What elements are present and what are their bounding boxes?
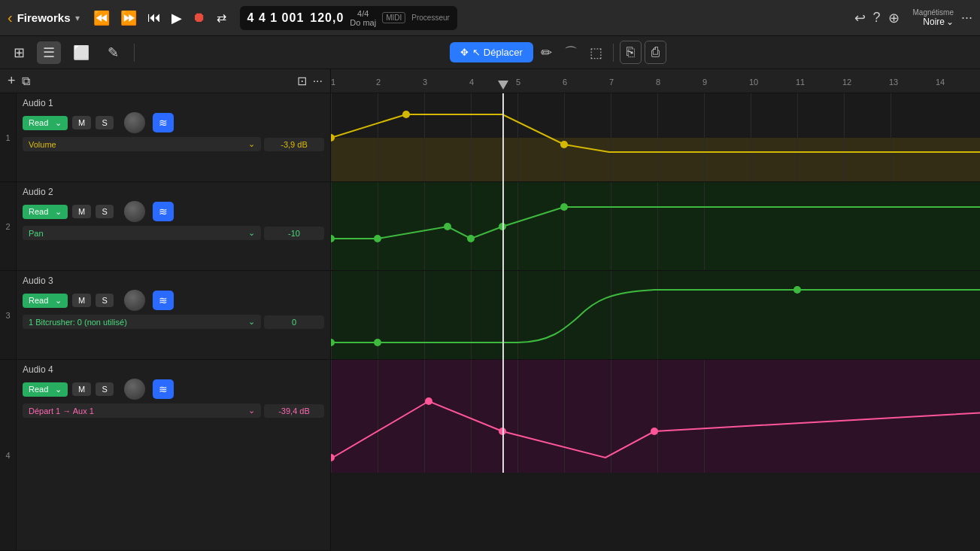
magnetisme-chevron: ⌄ [946, 17, 954, 27]
track-1-knob[interactable] [124, 112, 145, 133]
track-2-waveform-button[interactable]: ≋ [153, 202, 174, 221]
track-2-read-button[interactable]: Read ⌄ [23, 205, 68, 219]
svg-point-11 [374, 339, 381, 346]
key: Do maj [350, 18, 376, 27]
screen-view-button[interactable]: ⬜ [67, 41, 96, 64]
record-button[interactable]: ⏺ [193, 10, 206, 26]
track-3-number: 3 [0, 271, 17, 359]
track-2-solo-button[interactable]: S [96, 205, 114, 218]
track-4-knob[interactable] [124, 379, 145, 400]
clipboard-buttons: ⎘ ⎙ [620, 41, 666, 64]
back-button[interactable]: ‹ [8, 9, 13, 26]
svg-point-14 [425, 397, 432, 405]
add-track-button[interactable]: + [8, 73, 16, 89]
tracks-lanes [331, 93, 980, 473]
track-3-param-chevron: ⌄ [248, 317, 255, 327]
track-4-content: Audio 4 Read ⌄ M S ≋ Départ 1 → Aux 1 [17, 360, 331, 550]
select-rect-button[interactable]: ⬚ [585, 41, 607, 64]
track-2-lane[interactable] [331, 182, 980, 271]
fast-backward-button[interactable]: ⏪ [93, 10, 110, 26]
ruler-mark-11: 11 [796, 78, 805, 87]
ruler-mark-1: 1 [331, 78, 335, 87]
track-2-mute-button[interactable]: M [72, 205, 91, 218]
track-4-read-button[interactable]: Read ⌄ [23, 382, 68, 397]
second-bar: ⊞ ☰ ⬜ ✎ ✥ ↖ Déplacer ✏ ⌒ ⬚ ⎘ ⎙ [0, 36, 980, 69]
paste-button[interactable]: ⎙ [645, 41, 666, 64]
more-button[interactable]: ··· [961, 10, 972, 26]
magnetisme-value: Noire ⌄ [923, 17, 954, 27]
pen-tool-button[interactable]: ✏ [536, 41, 557, 64]
grid-view-button[interactable]: ⊞ [8, 41, 31, 64]
track-1-svg [331, 93, 980, 182]
waveform-icon-2: ≋ [159, 205, 168, 218]
fast-forward-button[interactable]: ⏩ [120, 10, 137, 26]
top-bar-left: ‹ Fireworks ▾ [8, 9, 80, 26]
move-icon: ✥ [460, 47, 469, 58]
play-button[interactable]: ▶ [171, 10, 182, 26]
track-3-header: 3 Audio 3 Read ⌄ M S ≋ 1 [0, 271, 330, 360]
svg-point-4 [331, 235, 335, 242]
track-4-svg [331, 360, 980, 473]
curve-tool-button[interactable]: ⌒ [560, 41, 582, 65]
track-3-waveform-button[interactable]: ≋ [153, 291, 174, 310]
track-1-lane[interactable] [331, 93, 980, 182]
track-3-knob[interactable] [124, 290, 145, 311]
track-4-automation-param-button[interactable]: Départ 1 → Aux 1 ⌄ [23, 403, 261, 418]
track-1-mute-button[interactable]: M [72, 116, 91, 129]
svg-point-7 [467, 235, 475, 242]
track-1-read-label: Read [29, 118, 48, 127]
pencil-view-button[interactable]: ✎ [102, 41, 125, 64]
track-4-name: Audio 4 [23, 364, 324, 375]
track-3-read-label: Read [29, 296, 48, 305]
track-1-read-button[interactable]: Read ⌄ [23, 116, 68, 130]
track-4-waveform-button[interactable]: ≋ [153, 379, 174, 399]
track-1-param-chevron: ⌄ [248, 139, 255, 149]
track-3-solo-button[interactable]: S [96, 294, 114, 307]
ruler-mark-2: 2 [376, 78, 381, 87]
loop-button[interactable]: ⇄ [217, 11, 226, 25]
track-3-param-label: 1 Bitcrusher: 0 (non utilisé) [29, 318, 127, 327]
collapse-button[interactable]: ⧉ [22, 75, 30, 88]
more-icon-button[interactable]: ⊕ [888, 10, 900, 26]
svg-point-15 [499, 428, 506, 435]
track-1-read-chevron: ⌄ [55, 118, 62, 128]
tool-group: ✥ ↖ Déplacer ✏ ⌒ ⬚ ⎘ ⎙ [450, 41, 666, 65]
track-1-solo-button[interactable]: S [96, 116, 114, 129]
zoom-button[interactable]: ⊡ [297, 74, 307, 88]
help-button[interactable]: ? [873, 10, 881, 26]
svg-point-6 [444, 223, 451, 230]
ruler-mark-10: 10 [749, 78, 758, 87]
copy-button[interactable]: ⎘ [620, 41, 642, 64]
track-1-waveform-button[interactable]: ≋ [153, 113, 174, 132]
track-3-read-button[interactable]: Read ⌄ [23, 294, 68, 308]
track-4-param-label: Départ 1 → Aux 1 [29, 406, 94, 416]
track-2-automation-param-button[interactable]: Pan ⌄ [23, 226, 261, 240]
track-1-automation-value: -3,9 dB [264, 138, 324, 151]
move-tool-button[interactable]: ✥ ↖ Déplacer [450, 42, 533, 62]
header-more-button[interactable]: ··· [313, 75, 323, 88]
track-1-param-label: Volume [29, 140, 56, 149]
svg-point-17 [651, 428, 658, 435]
separator [134, 44, 135, 62]
track-3-mute-button[interactable]: M [72, 294, 91, 307]
svg-point-5 [374, 235, 381, 242]
track-4-lane[interactable] [331, 360, 980, 473]
rewind-button[interactable]: ⏮ [147, 10, 161, 26]
position-sig: 4/4 Do maj [350, 9, 376, 27]
track-3-automation: 1 Bitcrusher: 0 (non utilisé) ⌄ 0 [23, 315, 324, 329]
ruler-mark-13: 13 [889, 78, 898, 87]
list-view-button[interactable]: ☰ [37, 41, 61, 64]
track-4-mute-button[interactable]: M [72, 382, 91, 396]
track-4-header: 4 Audio 4 Read ⌄ M S ≋ D [0, 360, 330, 551]
track-2-knob[interactable] [124, 201, 145, 222]
playhead-triangle [498, 81, 508, 90]
track-1-automation-param-button[interactable]: Volume ⌄ [23, 137, 261, 151]
track-1-name: Audio 1 [23, 98, 324, 108]
track-3-automation-param-button[interactable]: 1 Bitcrusher: 0 (non utilisé) ⌄ [23, 315, 261, 329]
magnetisme-label: Magnétisme [913, 8, 954, 17]
track-3-lane[interactable] [331, 271, 980, 360]
undo-button[interactable]: ↩ [854, 10, 866, 26]
waveform-icon: ≋ [159, 117, 168, 129]
track-4-solo-button[interactable]: S [96, 382, 114, 396]
track-4-read-label: Read [29, 385, 48, 394]
